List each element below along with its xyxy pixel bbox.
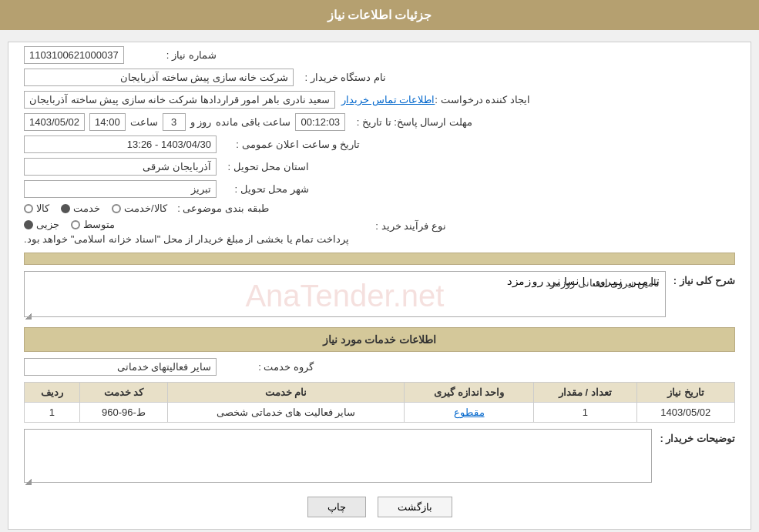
col-tarikh: تاریخ نیاز [636,383,735,403]
tarikh-value: 1403/05/02 [24,113,85,131]
ostan-row: استان محل تحویل : آذربایجان شرقی [24,158,735,176]
tosihaat-label: توضیحات خریدار : [660,433,735,444]
shomara-niaz-row: شماره نیاز : 1103100621000037 [24,46,735,64]
tarikh-saat-value: 1403/04/30 - 13:26 [24,136,217,153]
noe-radio-group: متوسط جزیی [24,219,115,230]
col-kod: کد خدمت [79,383,168,403]
ostan-label: استان محل تحویل : [217,161,309,172]
noe-jozi-radio[interactable] [24,220,33,229]
sharh-label: شرح کلی نیاز : [673,275,735,286]
noe-motavasset: متوسط [71,219,115,230]
rooz-label: روز و [190,116,212,128]
noe-motavasset-radio[interactable] [71,220,80,229]
shomara-niaz-label: شماره نیاز : [124,49,217,61]
page-title: جزئیات اطلاعات نیاز [327,8,432,22]
noe-description: پرداخت تمام یا بخشی از مبلغ خریدار از مح… [24,233,349,245]
col-vahed: واحد اندازه گیری [405,383,534,403]
page-wrapper: جزئیات اطلاعات نیاز شماره نیاز : 1103100… [0,0,759,532]
tabaqe-kala: کالا [24,202,49,214]
noe-jozi-label: جزیی [36,219,59,230]
cell-nam: سایر فعالیت های خدماتی شخصی [168,403,405,423]
ijad-konanda-value: سعید نادری باهر امور قراردادها شرکت خانه… [24,91,335,109]
tarikh-saat-label: تاریخ و ساعت اعلان عمومی : [221,139,360,150]
col-radif: ردیف [25,383,80,403]
cell-kod: ط-96-960 [79,403,168,423]
print-button[interactable]: چاپ [307,497,366,517]
tabaqe-kala-label: کالا [36,202,49,214]
grohe-row: گروه خدمت : سایر فعالیتهای خدماتی [24,358,735,376]
cell-radif: 1 [25,403,80,423]
ettelaat-tamas-link[interactable]: اطلاعات تماس خریدار [341,94,435,105]
sharh-section: شرح کلی نیاز : AnaTender.net تامین نیروی… [24,253,735,320]
tabaqe-kala-radio[interactable] [24,204,33,213]
nam-dastgah-label: نام دستگاه خریدار : [294,72,386,83]
services-section-header: اطلاعات خدمات مورد نیاز [24,327,735,352]
saat-value: 14:00 [89,113,126,131]
col-tedad: تعداد / مقدار [534,383,636,403]
sharh-textarea[interactable] [24,271,666,317]
shomara-niaz-value: 1103100621000037 [24,46,124,64]
mohlat-label: مهلت ارسال پاسخ: تا تاریخ : [349,116,472,128]
shahr-label: شهر محل تحویل : [217,183,309,195]
grohe-value: سایر فعالیتهای خدماتی [24,358,217,376]
ijad-konanda-row: ایجاد کننده درخواست : اطلاعات تماس خریدا… [24,91,735,109]
tabaqe-radio-group: کالا/خدمت خدمت کالا [24,202,167,214]
sharh-wrapper: AnaTender.net تامین نیروی انسانی روزمزد [24,271,666,320]
saat-label: ساعت [130,116,158,128]
table-row: 1403/05/02 1 مقطوع سایر فعالیت های خدمات… [25,403,735,423]
noe-farayand-label: نوع فرآیند خرید : [354,220,446,232]
tosihaat-textarea[interactable] [24,429,652,483]
tosihaat-row: توضیحات خریدار : [24,429,735,485]
cell-vahed[interactable]: مقطوع [405,403,534,423]
page-header: جزئیات اطلاعات نیاز [0,0,759,30]
shahr-row: شهر محل تحویل : تبریز [24,180,735,198]
buttons-row: بازگشت چاپ [24,497,735,517]
rooz-value: 3 [163,113,186,131]
noe-jozi: جزیی [24,219,59,230]
tabaqe-row: طبقه بندی موضوعی : کالا/خدمت خدمت کالا [24,202,735,214]
content-area: شماره نیاز : 1103100621000037 نام دستگاه… [8,42,751,530]
tosihaat-resize-handle[interactable] [24,477,32,485]
cell-tedad: 1 [534,403,636,423]
noe-farayand-row: نوع فرآیند خرید : متوسط جزیی پرداخت تمام… [24,219,735,245]
tabaqe-kala-khidmat-label: کالا/خدمت [124,202,167,214]
baqi-text: ساعت باقی مانده [216,116,291,128]
tosihaat-wrapper [24,429,652,485]
tabaqe-kala-khidmat-radio[interactable] [112,204,121,213]
shahr-value: تبریز [24,180,217,198]
tabaqe-khidmat: خدمت [61,202,100,214]
noe-motavasset-label: متوسط [83,219,115,230]
ostan-value: آذربایجان شرقی [24,158,217,176]
tarikh-saat-row: تاریخ و ساعت اعلان عمومی : 1403/04/30 - … [24,136,735,153]
mohlat-row: مهلت ارسال پاسخ: تا تاریخ : 00:12:03 ساع… [24,113,735,131]
table-header-row: تاریخ نیاز تعداد / مقدار واحد اندازه گیر… [25,383,735,403]
nam-dastgah-value: شرکت خانه سازی پیش ساخته آذربایجان [24,69,294,86]
ijad-konanda-label: ایجاد کننده درخواست : [435,94,529,105]
col-nam: نام خدمت [168,383,405,403]
tabaqe-kala-khidmat: کالا/خدمت [112,202,167,214]
sharh-row: شرح کلی نیاز : AnaTender.net تامین نیروی… [24,271,735,320]
cell-tarikh: 1403/05/02 [636,403,735,423]
baqi-value: 00:12:03 [295,113,345,131]
tabaqe-khidmat-radio[interactable] [61,204,70,213]
tabaqe-label: طبقه بندی موضوعی : [176,202,269,214]
tabaqe-khidmat-label: خدمت [73,202,100,214]
sharh-section-divider [24,253,735,265]
nam-dastgah-row: نام دستگاه خریدار : شرکت خانه سازی پیش س… [24,69,735,86]
grohe-label: گروه خدمت : [221,361,314,373]
service-table: تاریخ نیاز تعداد / مقدار واحد اندازه گیر… [24,382,735,423]
back-button[interactable]: بازگشت [378,497,452,517]
